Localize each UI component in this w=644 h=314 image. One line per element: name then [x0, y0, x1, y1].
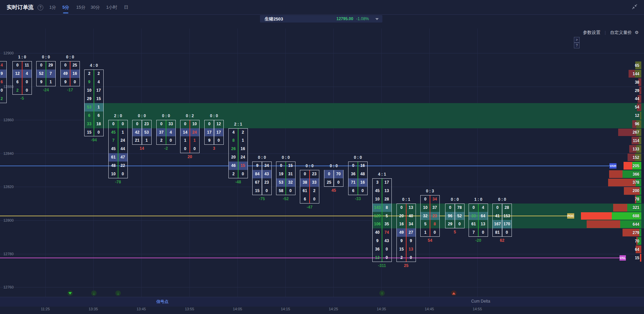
ask-volume: 16: [358, 162, 367, 170]
footprint-cell-row: 150: [253, 187, 271, 195]
ask-volume: 34: [262, 162, 271, 170]
delta-footer: -52: [283, 196, 288, 201]
ask-volume: 17: [382, 178, 391, 187]
delta-footer: -311: [378, 263, 386, 268]
gear-icon[interactable]: ⚙: [635, 30, 639, 35]
imbalance-header: 0 : 0: [451, 197, 459, 202]
footprint-cell-row: 41153: [493, 212, 512, 220]
footprint-column: 93484436723150: [252, 162, 272, 195]
bid-volume: 1: [180, 136, 190, 145]
bid-volume: 0: [348, 162, 358, 170]
ask-volume: 17: [94, 86, 103, 95]
ask-volume: 6: [0, 78, 6, 86]
footprint-column: 49602: [0, 61, 7, 103]
ask-volume: 0: [0, 86, 6, 95]
price-axis-label: 12840: [3, 151, 14, 155]
imbalance-header: 4 : 1: [378, 172, 386, 177]
footprint-cell-row: 150: [85, 128, 103, 137]
tab-timeframe-15分[interactable]: 15分: [76, 4, 85, 10]
cum-delta-label[interactable]: Cum Delta: [467, 299, 494, 304]
bid-volume: 0: [109, 120, 118, 128]
footprint-column: 023383361260: [300, 170, 319, 204]
ask-volume: 40: [406, 212, 416, 220]
footprint-cell-row: 1037: [421, 204, 439, 212]
arrow-down-icon: ↓: [93, 291, 95, 295]
bid-volume: 0: [37, 61, 46, 70]
price-axis-label: 12900: [3, 51, 14, 55]
delta-footer: -33: [355, 196, 361, 201]
ask-volume: 23: [262, 178, 271, 187]
bid-volume: 9: [397, 237, 406, 245]
price-change: -1.08%: [356, 16, 369, 21]
footprint-cell-row: 20: [13, 86, 32, 95]
bid-volume: 0: [61, 61, 70, 70]
delta-footer: 54: [428, 238, 432, 243]
ask-volume: 33: [310, 178, 319, 187]
help-icon[interactable]: ?: [38, 5, 43, 10]
profile-volume-value: 644: [633, 222, 639, 227]
footprint-cell-row: 451: [109, 128, 127, 137]
footprint-cell-row: 4513: [373, 187, 391, 195]
poc-badge: POC: [567, 213, 574, 219]
ask-volume: 0: [382, 245, 391, 254]
imbalance-header: 0 : 0: [42, 55, 50, 59]
help-panel-button[interactable]: ?: [574, 43, 580, 48]
imbalance-header: 0 : 0: [306, 164, 314, 168]
ask-volume: 15: [238, 162, 248, 170]
footprint-cell-row: 531: [85, 103, 103, 111]
collapse-icon[interactable]: [632, 4, 638, 10]
tab-timeframe-5分[interactable]: 5分: [62, 4, 69, 10]
profile-volume-value: 144: [633, 72, 639, 76]
imbalance-header: 2 : 1: [234, 122, 242, 127]
bid-volume: 0: [13, 61, 22, 70]
ask-volume: 28: [382, 195, 391, 204]
ask-volume: 23: [310, 170, 319, 178]
footprint-cell-row: 6147: [109, 153, 127, 162]
price-axis-label: 12780: [3, 252, 14, 256]
bid-volume: 15: [85, 128, 94, 137]
footprint-cell-row: 90: [205, 136, 223, 145]
ask-volume: 0: [334, 178, 343, 187]
settings-button[interactable]: 参数设置: [583, 30, 600, 35]
expand-panel-button[interactable]: >: [574, 37, 580, 43]
footprint-chart: 1290012880128601284012820128001278012760…: [0, 0, 644, 314]
ask-volume: 9: [0, 70, 6, 78]
volume-profile-row: [640, 112, 641, 120]
volume-profile-row: [640, 254, 641, 262]
sell-volume-segment: [624, 162, 632, 170]
ask-volume: 16: [238, 145, 248, 153]
tab-timeframe-日[interactable]: 日: [124, 4, 128, 10]
footprint-cell-row: 1424: [180, 128, 199, 137]
signal-marker-arrow-down: ↓: [91, 290, 97, 296]
ask-volume: 0: [190, 145, 199, 153]
bid-volume: 29: [85, 95, 94, 103]
ask-volume: 23: [142, 120, 151, 128]
signal-marker-triangle-up: [451, 290, 457, 296]
ask-volume: 37: [430, 204, 439, 212]
footprint-cell-row: 58: [421, 220, 439, 228]
bid-volume: 52: [37, 70, 46, 78]
tab-timeframe-30分[interactable]: 30分: [91, 4, 100, 10]
ask-volume: 2: [238, 128, 248, 137]
footprint-cell-row: 211: [132, 136, 151, 145]
bid-volume: 21: [132, 136, 142, 145]
ask-volume: 52: [455, 212, 464, 220]
ask-volume: 12: [214, 120, 223, 128]
footprint-column: 012171790: [204, 120, 224, 145]
bid-volume: 15: [397, 245, 406, 254]
time-gridline: [333, 29, 334, 297]
ask-volume: 11: [22, 61, 32, 70]
custom-volume-price-button[interactable]: 自定义量价: [610, 30, 632, 35]
footprint-cell-row: 6723: [253, 178, 271, 187]
tab-timeframe-1小时[interactable]: 1小时: [106, 4, 117, 10]
ask-volume: 31: [286, 170, 295, 178]
ask-volume: 70: [334, 170, 343, 178]
instrument-selector[interactable]: 生猪2503 12795.00 -1.08%: [260, 15, 382, 23]
bid-volume: 0: [493, 204, 502, 212]
profile-volume-value: 70: [635, 239, 639, 243]
footprint-cell-row: 99: [397, 237, 416, 245]
tab-timeframe-1分[interactable]: 1分: [49, 4, 56, 10]
footprint-cell-row: 22: [85, 70, 103, 78]
signal-marker-arrow-down: ↓: [115, 290, 121, 296]
signal-points-label[interactable]: 信号点: [151, 299, 174, 305]
